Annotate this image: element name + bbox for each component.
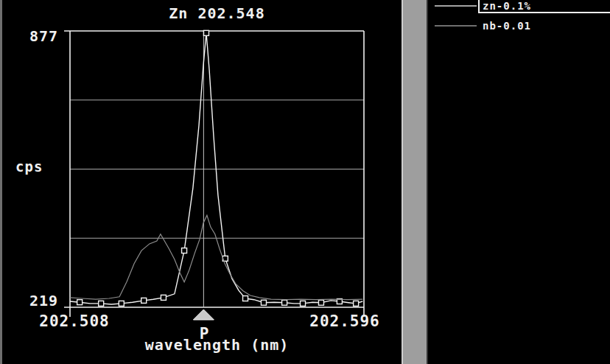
data-point-marker [301,301,306,306]
legend-item-zn[interactable]: zn-0.1% [430,0,610,13]
data-point-marker [261,300,266,305]
legend-panel: zn-0.1%nb-0.01 [430,0,610,364]
y-axis-label: cps [15,158,43,175]
data-point-marker [99,301,104,306]
y-axis-max-label: 877 [13,27,58,45]
legend-line-sample-zn [435,5,477,7]
splitter-shadow [427,0,428,364]
spectrum-chart-panel: Zn 202.548 877 cps 219 202.508 202.596 P… [2,0,402,364]
data-point-marker [243,296,248,301]
peak-triangle-marker[interactable] [193,309,214,320]
trace-zn-0.1%[interactable] [70,33,362,304]
legend-item-label: nb-0.01 [483,20,531,32]
legend-item-nb[interactable]: nb-0.01 [430,18,610,32]
splitter-body [403,0,427,364]
x-axis-min-label: 202.508 [15,312,133,330]
trace-nb-0.01[interactable] [70,215,362,300]
data-point-marker [203,30,208,35]
data-point-marker [282,300,287,305]
spectrum-plot[interactable] [2,0,402,364]
x-axis-max-label: 202.596 [286,312,404,330]
data-point-marker [318,300,323,305]
instrument-window: Zn 202.548 877 cps 219 202.508 202.596 P… [0,0,610,364]
data-point-marker [77,300,83,305]
legend-line-sample-nb [435,25,477,27]
data-point-marker [182,248,187,253]
pane-splitter[interactable] [402,0,430,364]
chart-title: Zn 202.548 [70,4,364,22]
data-point-marker [354,301,359,306]
data-point-marker [119,301,124,306]
y-axis-min-label: 219 [13,292,58,309]
legend-item-label: zn-0.1% [483,0,531,12]
data-point-marker [161,295,166,300]
x-axis-title: wavelength (nm) [70,336,364,354]
data-point-marker [141,298,147,303]
